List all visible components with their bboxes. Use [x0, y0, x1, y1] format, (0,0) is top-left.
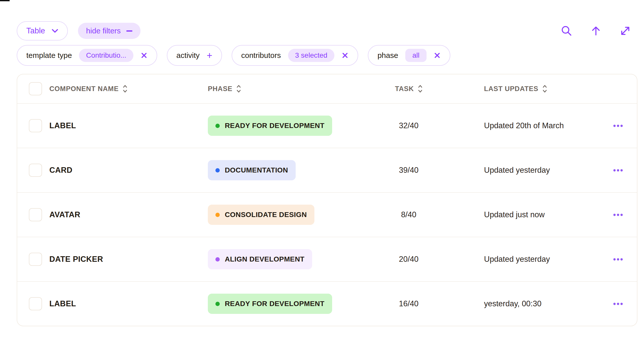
sort-icon[interactable]: [418, 84, 422, 93]
column-label: LAST UPDATES: [484, 85, 538, 93]
components-table-page: Table hide filters: [0, 0, 644, 346]
toolbar-right: [560, 25, 631, 37]
task-count: 8/40: [401, 210, 416, 219]
task-count: 20/40: [399, 255, 419, 264]
phase-badge: DOCUMENTATION: [208, 160, 296, 180]
view-selector-label: Table: [26, 26, 45, 35]
phase-label: ALIGN DEVELOPMENT: [225, 255, 305, 263]
component-name: LABEL: [49, 299, 76, 308]
filter-label: activity: [176, 51, 200, 60]
table-row: DATE PICKER ALIGN DEVELOPMENT 20/40 Upda…: [17, 237, 637, 281]
column-label: COMPONENT NAME: [49, 85, 119, 93]
filter-chip-contributors[interactable]: contributors 3 selected: [232, 45, 358, 66]
search-button[interactable]: [560, 25, 573, 37]
row-checkbox[interactable]: [29, 208, 42, 221]
component-name-cell: CARD: [49, 166, 208, 175]
phase-cell: CONSOLIDATE DESIGN: [208, 205, 380, 225]
last-update: Updated just now: [484, 210, 545, 219]
more-cell: [607, 211, 629, 219]
filter-label: phase: [377, 51, 398, 60]
filter-chip-phase[interactable]: phase all: [368, 45, 450, 66]
row-checkbox[interactable]: [29, 253, 42, 266]
component-name-cell: LABEL: [49, 299, 208, 308]
last-update: Updated yesterday: [484, 255, 550, 264]
component-name: DATE PICKER: [49, 255, 103, 264]
filter-bar: template type Contributio... activity + …: [17, 45, 450, 66]
close-icon[interactable]: [434, 52, 441, 59]
column-header-last-updates[interactable]: LAST UPDATES: [437, 84, 607, 93]
components-table: COMPONENT NAME PHASE TASK LAST UPDATES: [17, 74, 637, 326]
table-header-row: COMPONENT NAME PHASE TASK LAST UPDATES: [17, 74, 637, 103]
last-update-cell: Updated just now: [437, 210, 607, 219]
more-cell: [607, 256, 629, 263]
task-count: 32/40: [399, 121, 419, 130]
row-checkbox[interactable]: [29, 297, 42, 310]
phase-badge: READY FOR DEVELOPMENT: [208, 294, 332, 314]
plus-icon[interactable]: +: [207, 51, 212, 60]
header-checkbox-cell: [29, 82, 49, 95]
sort-icon[interactable]: [542, 84, 547, 93]
more-cell: [607, 300, 629, 308]
filter-chip-activity[interactable]: activity +: [167, 45, 222, 66]
phase-dot-icon: [215, 213, 220, 217]
more-menu-button[interactable]: [611, 211, 625, 219]
phase-badge: CONSOLIDATE DESIGN: [208, 205, 314, 225]
phase-dot-icon: [215, 257, 220, 262]
more-menu-button[interactable]: [611, 256, 625, 263]
filter-label: template type: [26, 51, 72, 60]
expand-icon: [619, 25, 631, 37]
phase-dot-icon: [215, 124, 220, 128]
filter-value-pill[interactable]: Contributio...: [79, 49, 133, 62]
filter-value-pill[interactable]: 3 selected: [288, 49, 335, 62]
phase-cell: READY FOR DEVELOPMENT: [208, 294, 380, 314]
column-header-task[interactable]: TASK: [380, 84, 437, 93]
component-name: LABEL: [49, 121, 76, 130]
more-menu-button[interactable]: [611, 300, 625, 308]
row-checkbox-cell: [29, 164, 49, 177]
component-name: AVATAR: [49, 210, 80, 219]
row-checkbox-cell: [29, 253, 49, 266]
row-checkbox-cell: [29, 119, 49, 132]
task-cell: 39/40: [380, 166, 437, 175]
phase-cell: ALIGN DEVELOPMENT: [208, 249, 380, 269]
more-menu-button[interactable]: [611, 122, 625, 129]
task-count: 16/40: [399, 299, 419, 308]
last-update-cell: Updated 20th of March: [437, 121, 607, 130]
last-update-cell: Updated yesterday: [437, 255, 607, 264]
close-icon[interactable]: [341, 52, 349, 59]
select-all-checkbox[interactable]: [29, 82, 42, 95]
chevron-down-icon: [52, 29, 58, 33]
task-cell: 8/40: [380, 210, 437, 219]
sort-icon[interactable]: [236, 84, 241, 93]
upload-button[interactable]: [590, 25, 602, 37]
row-checkbox-cell: [29, 208, 49, 221]
close-icon[interactable]: [140, 52, 148, 59]
task-cell: 16/40: [380, 299, 437, 308]
table-row: LABEL READY FOR DEVELOPMENT 32/40 Update…: [17, 103, 637, 148]
row-checkbox[interactable]: [29, 119, 42, 132]
phase-dot-icon: [215, 302, 220, 306]
phase-label: READY FOR DEVELOPMENT: [225, 122, 325, 130]
table-row: LABEL READY FOR DEVELOPMENT 16/40 yester…: [17, 281, 637, 326]
row-checkbox[interactable]: [29, 164, 42, 177]
table-row: CARD DOCUMENTATION 39/40 Updated yesterd…: [17, 148, 637, 192]
view-selector-button[interactable]: Table: [17, 21, 68, 40]
expand-button[interactable]: [619, 25, 631, 37]
hide-filters-button[interactable]: hide filters: [78, 23, 140, 39]
phase-cell: DOCUMENTATION: [208, 160, 380, 180]
phase-dot-icon: [215, 168, 220, 172]
toolbar-left: Table hide filters: [17, 21, 140, 40]
component-name: CARD: [49, 166, 72, 175]
column-header-phase[interactable]: PHASE: [208, 84, 380, 93]
phase-label: DOCUMENTATION: [225, 166, 288, 174]
filter-chip-template-type[interactable]: template type Contributio...: [17, 45, 157, 66]
sort-icon[interactable]: [123, 84, 127, 93]
filter-value-pill[interactable]: all: [405, 49, 427, 62]
component-name-cell: AVATAR: [49, 210, 208, 219]
hide-filters-label: hide filters: [86, 27, 121, 35]
row-checkbox-cell: [29, 297, 49, 310]
more-menu-button[interactable]: [611, 167, 625, 174]
column-header-component-name[interactable]: COMPONENT NAME: [49, 84, 208, 93]
more-cell: [607, 122, 629, 129]
last-update: Updated yesterday: [484, 166, 550, 175]
